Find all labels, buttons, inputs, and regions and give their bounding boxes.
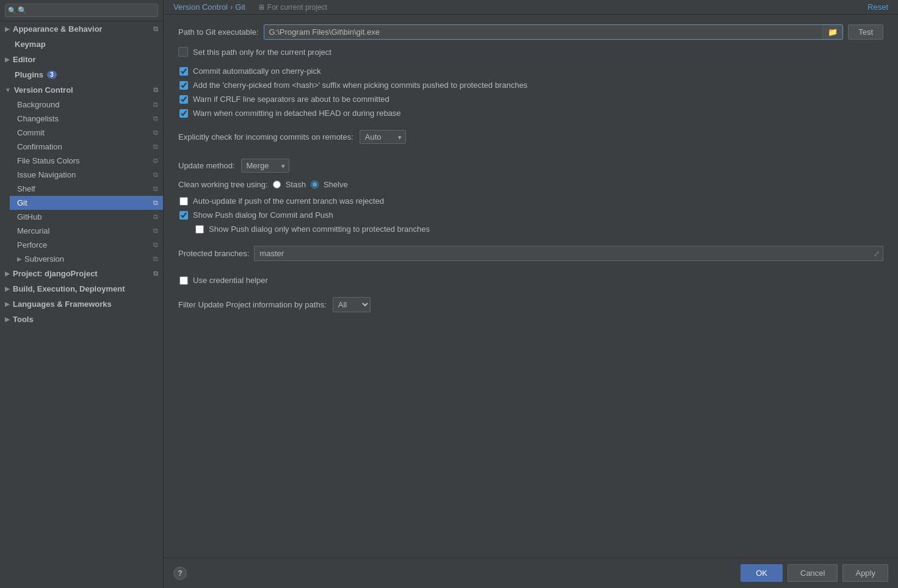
update-select-wrap: Merge Rebase — [241, 159, 289, 173]
filter-select[interactable]: All None — [333, 297, 371, 312]
stash-radio[interactable] — [273, 181, 281, 188]
update-method-label: Update method: — [178, 161, 235, 170]
path-input[interactable] — [264, 25, 823, 39]
sidebar-item-perforce[interactable]: Perforce ⧉ — [10, 238, 163, 252]
update-select[interactable]: Merge Rebase — [241, 159, 289, 173]
sidebar-item-shelf[interactable]: Shelf ⧉ — [10, 182, 163, 196]
search-wrap: 🔍 — [5, 4, 158, 17]
plugins-badge: 3 — [47, 71, 57, 79]
incoming-select[interactable]: Auto Always Never — [360, 130, 406, 144]
credential-row: Use credential helper — [178, 276, 883, 285]
path-label: Path to Git executable: — [178, 27, 259, 37]
sidebar-item-build[interactable]: ▶ Build, Execution, Deployment — [0, 281, 163, 296]
sidebar-item-file-status-colors[interactable]: File Status Colors ⧉ — [10, 154, 163, 168]
search-icon: 🔍 — [8, 7, 16, 15]
section-divider-4 — [178, 268, 883, 276]
help-button[interactable]: ? — [173, 567, 187, 580]
show-push-checkbox[interactable] — [179, 211, 188, 220]
sidebar-item-label: Version Control — [14, 85, 73, 95]
copy-icon: ⧉ — [153, 255, 158, 263]
sidebar-item-keymap[interactable]: Keymap — [0, 37, 163, 52]
cherry-pick-checkbox[interactable] — [179, 67, 188, 76]
folder-button[interactable]: 📁 — [822, 25, 842, 39]
sidebar-item-label: Build, Execution, Deployment — [13, 284, 125, 293]
breadcrumb-current: Git — [235, 2, 245, 12]
detached-checkbox[interactable] — [179, 109, 188, 118]
sidebar-item-git[interactable]: Git ⧉ — [10, 196, 163, 210]
sidebar-item-appearance[interactable]: ▶ Appearance & Behavior ⧉ — [0, 21, 163, 37]
sidebar-item-commit[interactable]: Commit ⧉ — [10, 126, 163, 140]
breadcrumb: Version Control › Git 🖥 For current proj… — [173, 2, 327, 12]
sidebar-item-label: Appearance & Behavior — [13, 24, 103, 34]
shelve-radio[interactable] — [311, 181, 319, 188]
protected-input-wrap: ⤢ — [254, 246, 883, 261]
cherry-picked-suffix-label: Add the 'cherry-picked from <hash>' suff… — [193, 81, 527, 90]
set-path-row: Set this path only for the current proje… — [178, 47, 883, 57]
arrow-icon: ▼ — [5, 87, 11, 93]
cherry-pick-row: Commit automatically on cherry-pick — [178, 66, 883, 76]
sidebar-item-tools[interactable]: ▶ Tools — [0, 312, 163, 327]
credential-checkbox[interactable] — [179, 276, 188, 285]
content-header: Version Control › Git 🖥 For current proj… — [164, 0, 898, 15]
sidebar-item-github[interactable]: GitHub ⧉ — [10, 210, 163, 224]
show-push-row: Show Push dialog for Commit and Push — [178, 210, 883, 220]
breadcrumb-root: Version Control — [173, 2, 228, 12]
copy-icon: ⧉ — [153, 185, 158, 193]
cherry-picked-suffix-checkbox[interactable] — [179, 81, 188, 90]
incoming-select-wrap: Auto Always Never — [360, 130, 406, 144]
sidebar-item-background[interactable]: Background ⧉ — [10, 98, 163, 112]
copy-icon: ⧉ — [153, 25, 158, 33]
sidebar-item-mercurial[interactable]: Mercurial ⧉ — [10, 224, 163, 238]
detached-row: Warn when committing in detached HEAD or… — [178, 109, 883, 118]
copy-icon: ⧉ — [153, 213, 158, 221]
protected-branches-row: Protected branches: ⤢ — [178, 246, 883, 261]
sidebar-item-issue-navigation[interactable]: Issue Navigation ⧉ — [10, 168, 163, 182]
copy-icon: ⧉ — [153, 227, 158, 235]
crlf-checkbox[interactable] — [179, 95, 188, 104]
set-path-checkbox[interactable] — [178, 47, 188, 57]
search-input[interactable] — [5, 4, 158, 17]
sidebar-item-changelists[interactable]: Changelists ⧉ — [10, 112, 163, 126]
reset-button[interactable]: Reset — [867, 2, 888, 12]
sidebar-item-label: Languages & Frameworks — [13, 299, 112, 309]
sidebar-item-languages[interactable]: ▶ Languages & Frameworks — [0, 296, 163, 312]
copy-icon: ⧉ — [153, 129, 158, 137]
shelve-label: Shelve — [324, 180, 348, 189]
expand-icon[interactable]: ⤢ — [874, 249, 880, 258]
protected-label: Protected branches: — [178, 249, 249, 258]
footer: ? OK Cancel Apply — [164, 558, 898, 588]
sidebar-item-plugins[interactable]: Plugins 3 — [0, 67, 163, 82]
set-path-label: Set this path only for the current proje… — [193, 48, 331, 57]
sidebar: 🔍 ▶ Appearance & Behavior ⧉ Keymap ▶ Edi… — [0, 0, 164, 588]
copy-icon: ⧉ — [153, 101, 158, 109]
test-button[interactable]: Test — [848, 24, 883, 40]
show-push-protected-checkbox[interactable] — [195, 225, 204, 234]
sidebar-item-confirmation[interactable]: Confirmation ⧉ — [10, 140, 163, 154]
sidebar-item-subversion[interactable]: ▶ Subversion ⧉ — [10, 252, 163, 266]
protected-branches-input[interactable] — [254, 246, 883, 261]
project-info: 🖥 For current project — [258, 3, 327, 12]
sidebar-item-version-control[interactable]: ▼ Version Control ⧉ — [0, 82, 163, 98]
content-area: Version Control › Git 🖥 For current proj… — [164, 0, 898, 588]
sidebar-item-label: Project: djangoProject — [13, 269, 98, 278]
filter-label: Filter Update Project information by pat… — [178, 300, 327, 309]
ok-button[interactable]: OK — [740, 564, 783, 582]
breadcrumb-separator: › — [230, 2, 233, 12]
crlf-row: Warn if CRLF line separators are about t… — [178, 95, 883, 104]
footer-left: ? — [173, 567, 187, 580]
content-body: Path to Git executable: 📁 Test Set this … — [164, 15, 898, 558]
section-divider-2 — [178, 151, 883, 159]
sidebar-item-project[interactable]: ▶ Project: djangoProject ⧉ — [0, 266, 163, 281]
sidebar-item-editor[interactable]: ▶ Editor — [0, 52, 163, 67]
copy-icon: ⧉ — [153, 241, 158, 249]
apply-button[interactable]: Apply — [842, 564, 888, 582]
auto-update-checkbox[interactable] — [179, 197, 188, 206]
section-divider — [178, 123, 883, 130]
path-input-wrap: 📁 — [264, 24, 844, 40]
clean-tree-row: Clean working tree using: Stash Shelve — [178, 180, 883, 189]
cancel-button[interactable]: Cancel — [788, 564, 838, 582]
main-layout: 🔍 ▶ Appearance & Behavior ⧉ Keymap ▶ Edi… — [0, 0, 898, 588]
show-push-protected-label: Show Push dialog only when committing to… — [209, 224, 430, 234]
arrow-icon: ▶ — [5, 270, 10, 277]
detached-label: Warn when committing in detached HEAD or… — [193, 109, 401, 118]
